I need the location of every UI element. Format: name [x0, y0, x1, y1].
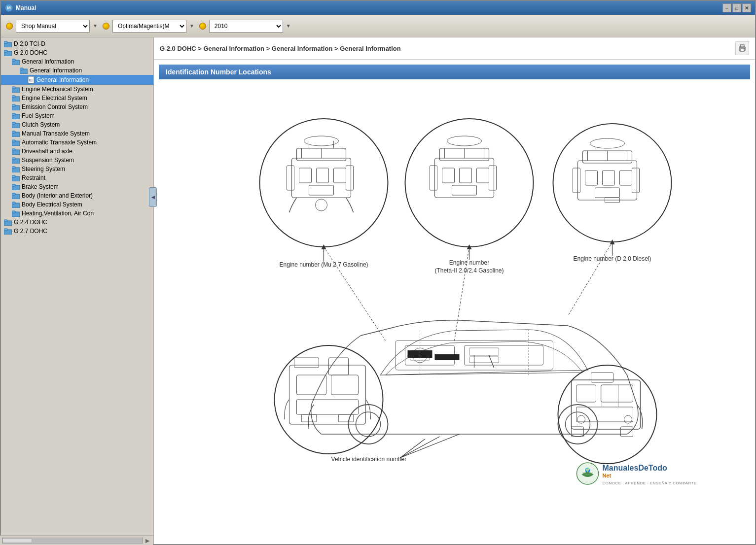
tree-label-suspension: Suspension System	[22, 157, 74, 164]
tree-item-clutch-system[interactable]: Clutch System	[1, 120, 153, 129]
svg-rect-98	[595, 188, 620, 198]
scrollbar-thumb[interactable]	[2, 538, 32, 543]
svg-rect-5	[12, 59, 15, 61]
svg-rect-49	[740, 49, 744, 51]
svg-rect-14	[12, 87, 15, 89]
tree-item-d20-tcid[interactable]: D 2.0 TCI-D	[1, 39, 153, 48]
horizontal-scrollbar[interactable]	[2, 538, 143, 544]
svg-rect-66	[309, 185, 334, 195]
tree-item-fuel-system[interactable]: Fuel System	[1, 111, 153, 120]
tree-item-heating-ventilation[interactable]: Heating,Ventilation, Air Con	[1, 209, 153, 218]
svg-rect-111	[435, 354, 460, 360]
svg-rect-72	[489, 166, 497, 190]
tree-item-suspension[interactable]: Suspension System	[1, 156, 153, 165]
svg-point-80	[447, 136, 482, 146]
svg-rect-46	[4, 229, 7, 231]
svg-rect-142	[621, 427, 633, 437]
tree-item-brake[interactable]: Brake System	[1, 182, 153, 191]
svg-rect-130	[329, 358, 349, 375]
tree-label-g27-dohc: G 2.7 DOHC	[14, 228, 47, 235]
svg-rect-88	[573, 168, 580, 193]
tree-icon-g24-dohc	[4, 219, 12, 226]
tree-item-general-info-1[interactable]: General Information	[1, 57, 153, 66]
svg-rect-79	[477, 168, 489, 183]
breadcrumb-bar: G 2.0 DOHC > General Information > Gener…	[154, 37, 755, 60]
tree-icon-steering	[12, 166, 20, 172]
svg-rect-3	[4, 50, 7, 52]
svg-rect-53	[287, 166, 294, 190]
svg-rect-94	[585, 170, 598, 185]
tree-item-engine-mechanical[interactable]: Engine Mechanical System	[1, 85, 153, 94]
svg-rect-34	[12, 175, 15, 177]
identification-diagram: Engine number (Mu 2.7 Gasoline)	[159, 84, 750, 488]
scroll-right-button[interactable]: ►	[144, 537, 151, 545]
svg-rect-136	[601, 385, 633, 402]
tree-item-g24-dohc[interactable]: G 2.4 DOHC	[1, 218, 153, 227]
svg-rect-95	[603, 170, 615, 185]
svg-point-86	[553, 124, 672, 242]
svg-rect-61	[334, 168, 346, 183]
tree-icon-general-info-3: E	[28, 76, 35, 84]
manual-dot	[6, 23, 13, 30]
svg-rect-38	[12, 193, 15, 195]
svg-line-122	[400, 437, 440, 458]
sidebar-collapse-handle[interactable]: ◀	[149, 187, 157, 207]
window-title: Manual	[16, 4, 36, 11]
svg-text:Engine number (D 2.0 Diesel): Engine number (D 2.0 Diesel)	[573, 255, 651, 262]
tree-icon-driveshaft-axle	[12, 148, 20, 155]
svg-text:Vehicle identification number: Vehicle identification number	[331, 456, 407, 463]
close-button[interactable]: ✕	[742, 3, 751, 12]
svg-rect-87	[578, 161, 637, 200]
svg-point-97	[590, 138, 625, 148]
tree-icon-engine-electrical	[12, 95, 20, 102]
svg-text:ManualesDeTodo: ManualesDeTodo	[603, 464, 668, 472]
diagram-area: Engine number (Mu 2.7 Gasoline)	[154, 79, 755, 495]
vehicle-model-select[interactable]: Optima/Magentis(M	[112, 20, 186, 33]
maximize-button[interactable]: □	[732, 3, 741, 12]
minimize-button[interactable]: –	[722, 3, 731, 12]
tree-icon-g20-dohc	[4, 49, 12, 56]
svg-rect-108	[469, 348, 499, 355]
svg-rect-78	[460, 168, 472, 183]
tree-item-g27-dohc[interactable]: G 2.7 DOHC	[1, 227, 153, 236]
tree-item-engine-electrical[interactable]: Engine Electrical System	[1, 94, 153, 102]
application-window: M Manual – □ ✕ Shop Manual ▼ Optima/Mage…	[0, 0, 756, 545]
tree-label-engine-electrical: Engine Electrical System	[22, 95, 87, 102]
tree-label-d20-tcid: D 2.0 TCI-D	[14, 40, 45, 47]
tree-label-general-info-2: General Information	[30, 67, 82, 74]
svg-text:(Theta-II 2.0/2.4 Gasoline): (Theta-II 2.0/2.4 Gasoline)	[434, 267, 504, 274]
tree-item-body-interior[interactable]: Body (Interior and Exterior)	[1, 191, 153, 200]
tree-label-g24-dohc: G 2.4 DOHC	[14, 219, 47, 226]
tree-item-restraint[interactable]: Restraint	[1, 173, 153, 182]
svg-rect-26	[12, 140, 15, 142]
tree-item-general-info-2[interactable]: General Information	[1, 66, 153, 75]
svg-rect-18	[12, 104, 15, 106]
tree-item-body-electrical[interactable]: Body Electrical System	[1, 200, 153, 209]
year-select[interactable]: 2010	[209, 20, 283, 33]
svg-rect-70	[435, 158, 494, 198]
svg-line-147	[568, 242, 612, 316]
tree-label-driveshaft-axle: Driveshaft and axle	[22, 148, 72, 155]
title-bar-controls: – □ ✕	[722, 3, 751, 12]
vehicle-model-group: Optima/Magentis(M ▼	[103, 20, 194, 33]
svg-rect-135	[576, 385, 596, 402]
print-button[interactable]	[735, 41, 749, 55]
tree-item-manual-transaxle[interactable]: Manual Transaxle System	[1, 129, 153, 138]
tree-icon-general-info-2	[20, 67, 28, 74]
svg-rect-129	[297, 400, 359, 414]
tree-item-general-info-3[interactable]: E General Information	[1, 75, 153, 85]
svg-point-65	[316, 199, 327, 211]
tree-item-steering[interactable]: Steering System	[1, 165, 153, 173]
tree-item-automatic-transaxle[interactable]: Automatic Transaxle System	[1, 138, 153, 147]
tree-item-emission-control[interactable]: Emission Control System	[1, 102, 153, 111]
tree-label-body-electrical: Body Electrical System	[22, 201, 82, 208]
tree-icon-manual-transaxle	[12, 130, 20, 137]
svg-rect-1	[4, 41, 7, 43]
tree-item-g20-dohc[interactable]: G 2.0 DOHC	[1, 48, 153, 57]
manual-type-select[interactable]: Shop Manual	[16, 20, 90, 33]
svg-rect-60	[317, 168, 329, 183]
content-area: G 2.0 DOHC > General Information > Gener…	[154, 37, 755, 544]
tree-item-driveshaft-axle[interactable]: Driveshaft and axle	[1, 147, 153, 156]
manual-type-group: Shop Manual ▼	[6, 20, 98, 33]
svg-rect-24	[12, 131, 15, 133]
